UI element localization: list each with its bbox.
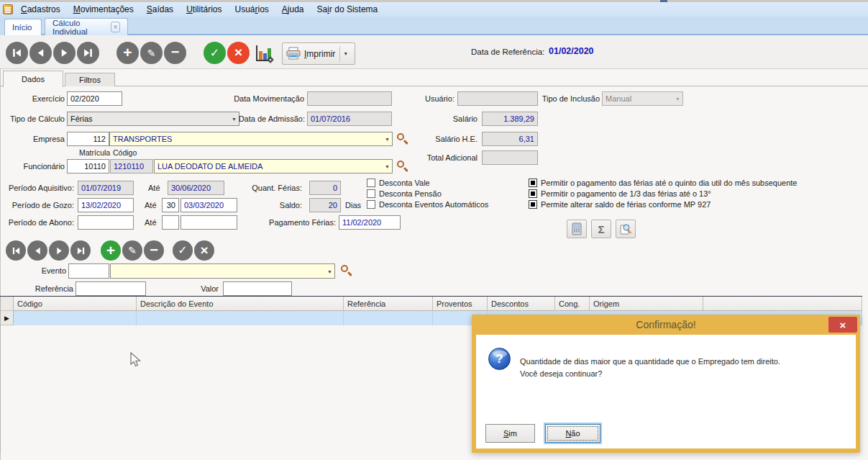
valor-field[interactable] bbox=[223, 281, 292, 296]
usuario-field bbox=[457, 91, 538, 106]
bar-chart-gear-icon bbox=[253, 42, 275, 64]
dias-label: Dias bbox=[345, 201, 364, 209]
col-descricao-do-evento[interactable]: Descrição do Evento bbox=[137, 297, 344, 311]
row-selector: ▶ bbox=[1, 311, 14, 325]
col-referencia[interactable]: Referência bbox=[344, 297, 433, 311]
evento-codigo-field[interactable] bbox=[68, 263, 109, 279]
dialog-message-line2: Você deseja continuar? bbox=[520, 369, 602, 378]
event-cancel-button[interactable]: × bbox=[194, 240, 214, 261]
check-icon: ✓ bbox=[178, 245, 187, 256]
checkbox-pagamento-quinto-dia[interactable]: Permitir o pagamento das férias até o qu… bbox=[529, 179, 798, 187]
funcionario-matricula-field[interactable]: 10110 bbox=[67, 159, 109, 173]
confirm-button[interactable]: ✓ bbox=[204, 42, 226, 64]
data-admissao-field: 01/07/2016 bbox=[307, 112, 392, 126]
imprimir-dropdown-icon[interactable]: ▼ bbox=[343, 51, 348, 56]
calculator-button[interactable] bbox=[567, 220, 587, 238]
checkbox-alterar-saldo-mp927[interactable]: Permite alterar saldo de férias conforme… bbox=[529, 200, 711, 209]
pagamento-ferias-field[interactable]: 11/02/2020 bbox=[339, 215, 401, 230]
menu-ajuda[interactable]: Ajuda bbox=[275, 4, 311, 15]
checkbox-icon bbox=[367, 189, 375, 198]
col-origem[interactable]: Origem bbox=[590, 297, 703, 311]
periodo-aquisitivo-fim-field: 30/06/2020 bbox=[168, 181, 224, 195]
minus-icon: − bbox=[171, 45, 180, 59]
table-row-cell[interactable] bbox=[137, 311, 344, 325]
periodo-gozo-dias-field[interactable]: 30 bbox=[162, 198, 179, 212]
col-descontos[interactable]: Descontos bbox=[488, 297, 555, 311]
data-referencia-value: 01/02/2020 bbox=[549, 46, 594, 56]
checkbox-pagamento-terco[interactable]: Permitir o pagamento de 1/3 das férias a… bbox=[529, 189, 711, 198]
event-nav-prev-button[interactable] bbox=[27, 240, 47, 261]
tab-calculo-individual[interactable]: Cálculo Individual × bbox=[45, 18, 128, 35]
funcionario-search-icon[interactable] bbox=[397, 161, 404, 168]
dialog-close-button[interactable]: × bbox=[828, 317, 857, 333]
empresa-codigo-field[interactable]: 112 bbox=[67, 132, 109, 146]
nav-first-button[interactable] bbox=[6, 42, 28, 64]
periodo-abono-fim-field[interactable] bbox=[181, 215, 237, 230]
nao-button[interactable]: Não bbox=[545, 424, 600, 443]
nav-last-button[interactable] bbox=[77, 42, 99, 64]
periodo-abono-dias-field[interactable] bbox=[162, 215, 179, 230]
nav-next-button[interactable] bbox=[53, 42, 76, 64]
chevron-down-icon[interactable]: ▼ bbox=[327, 269, 332, 274]
event-nav-next-button[interactable] bbox=[49, 240, 69, 261]
checkbox-desconta-vale[interactable]: Desconta Vale bbox=[367, 179, 430, 187]
nav-prev-button[interactable] bbox=[29, 42, 52, 64]
checkbox-desconta-pensao[interactable]: Desconta Pensão bbox=[367, 189, 442, 198]
event-edit-button[interactable]: ✎ bbox=[122, 240, 142, 261]
imprimir-button[interactable]: Imprimir ▼ bbox=[282, 42, 355, 65]
empresa-combo[interactable]: TRANSPORTES▼ bbox=[109, 132, 393, 146]
event-confirm-button[interactable]: ✓ bbox=[173, 240, 193, 261]
menu-cadastros[interactable]: Cadastros bbox=[14, 4, 67, 15]
periodo-gozo-fim-field[interactable]: 03/03/2020 bbox=[181, 198, 237, 212]
exercicio-field[interactable]: 02/2020 bbox=[67, 91, 122, 106]
chart-button[interactable] bbox=[253, 42, 275, 64]
usuario-label: Usuário: bbox=[410, 94, 454, 103]
evento-combo[interactable]: ▼ bbox=[110, 263, 335, 279]
tab-inicio[interactable]: Início bbox=[4, 19, 42, 35]
menu-sair-do-sistema[interactable]: Sair do Sistema bbox=[311, 4, 385, 15]
tab-close-icon[interactable]: × bbox=[111, 22, 120, 32]
chevron-down-icon[interactable]: ▼ bbox=[232, 117, 237, 122]
tab-filtros[interactable]: Filtros bbox=[65, 73, 115, 86]
event-nav-last-button[interactable] bbox=[70, 240, 91, 261]
document-tab-strip bbox=[0, 17, 868, 35]
event-nav-first-button[interactable] bbox=[6, 240, 26, 261]
menu-saidas[interactable]: Saídas bbox=[140, 4, 180, 15]
checkbox-desconta-eventos[interactable]: Desconta Eventos Automáticos bbox=[367, 200, 488, 209]
chevron-down-icon[interactable]: ▼ bbox=[385, 137, 390, 142]
printer-icon bbox=[285, 47, 301, 60]
empresa-label: Empresa bbox=[14, 135, 65, 143]
saldo-label: Saldo: bbox=[263, 201, 302, 209]
event-add-button[interactable]: + bbox=[101, 240, 121, 261]
col-cong[interactable]: Cong. bbox=[555, 297, 590, 311]
col-codigo[interactable]: Código bbox=[14, 297, 137, 311]
col-proventos[interactable]: Proventos bbox=[433, 297, 488, 311]
table-row-cell[interactable] bbox=[14, 311, 137, 325]
delete-record-button[interactable]: − bbox=[164, 42, 186, 64]
periodo-abono-inicio-field[interactable] bbox=[78, 215, 134, 230]
menu-usuarios[interactable]: Usuários bbox=[228, 4, 275, 15]
tab-dados[interactable]: Dados bbox=[3, 71, 63, 87]
chevron-down-icon[interactable]: ▼ bbox=[385, 164, 390, 169]
close-icon: × bbox=[840, 319, 846, 331]
empresa-search-icon[interactable] bbox=[397, 133, 404, 140]
menu-movimentacoes[interactable]: Movimentações bbox=[67, 4, 140, 15]
table-row-cell[interactable] bbox=[344, 311, 433, 325]
sim-button[interactable]: Sim bbox=[485, 424, 535, 443]
event-delete-button[interactable]: − bbox=[144, 240, 164, 261]
tipo-calculo-combo[interactable]: Férias▼ bbox=[67, 112, 239, 126]
valor-label: Valor bbox=[193, 284, 219, 293]
check-icon: ✓ bbox=[210, 48, 219, 59]
quant-ferias-label: Quant. Férias: bbox=[252, 184, 302, 192]
preview-button[interactable] bbox=[616, 220, 636, 238]
menu-utilitarios[interactable]: Utilitários bbox=[180, 4, 228, 15]
funcionario-combo[interactable]: LUA DEODATO DE ALMEIDA▼ bbox=[154, 159, 393, 173]
referencia-field[interactable] bbox=[76, 281, 146, 296]
periodo-gozo-inicio-field[interactable]: 13/02/2020 bbox=[78, 198, 134, 212]
evento-search-icon[interactable] bbox=[341, 265, 348, 272]
pencil-icon: ✎ bbox=[147, 48, 156, 58]
edit-record-button[interactable]: ✎ bbox=[140, 42, 163, 64]
cancel-button[interactable]: × bbox=[227, 42, 250, 64]
add-record-button[interactable]: + bbox=[117, 42, 139, 64]
sum-button[interactable]: Σ bbox=[591, 220, 611, 238]
